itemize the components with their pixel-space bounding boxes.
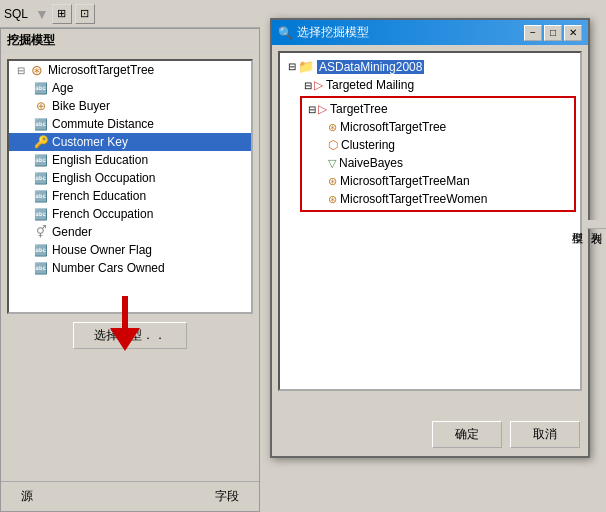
root-label: MicrosoftTargetTree [48,63,154,77]
maximize-button[interactable]: □ [544,25,562,41]
left-panel: 挖掘模型 ⊟ ⊛ MicrosoftTargetTree 🔤 Age ⊕ Bik… [0,28,260,512]
sql-toolbar: SQL ▼ ⊞ ⊡ [0,0,260,28]
list-item[interactable]: ⬡ Clustering [304,136,572,154]
list-item[interactable]: 🔤 Number Cars Owned [9,259,251,277]
target-tree-group: ⊟ ▷ TargetTree ⊛ MicrosoftTargetTree ⬡ C… [300,96,576,212]
targeted-mailing-label: Targeted Mailing [326,78,414,92]
expand-icon: ⊟ [308,104,316,115]
item-label: French Education [52,189,146,203]
targeted-mailing-node[interactable]: ⊟ ▷ Targeted Mailing [300,76,576,94]
clustering-label: Clustering [341,138,395,152]
arrow-svg [105,296,145,356]
field-icon: 🔤 [33,152,49,168]
field-icon: 🔤 [33,206,49,222]
item-label: French Occupation [52,207,153,221]
sql-label: SQL [4,7,28,21]
list-item[interactable]: ⚥ Gender [9,223,251,241]
mining-icon: ⊛ [328,121,337,134]
dialog-title-text: 选择挖掘模型 [297,24,369,41]
right-label-1: 列表 [587,220,606,229]
list-item[interactable]: 🔤 English Occupation [9,169,251,187]
item-label: MicrosoftTargetTreeMan [340,174,470,188]
field-icon: 🔤 [33,116,49,132]
list-item[interactable]: 🔑 Customer Key [9,133,251,151]
network-icon: ⊛ [29,62,45,78]
list-item[interactable]: 🔤 House Owner Flag [9,241,251,259]
toolbar-separator: ▼ [35,6,49,22]
panel-title: 挖掘模型 [1,29,259,53]
item-label: MicrosoftTargetTreeWomen [340,192,487,206]
list-item[interactable]: 🔤 Age [9,79,251,97]
toolbar-btn-2[interactable]: ⊡ [75,4,95,24]
target-icon: ▷ [314,78,323,92]
item-label: English Education [52,153,148,167]
field-icon: 🔤 [33,170,49,186]
cluster-icon: ⬡ [328,138,338,152]
close-button[interactable]: ✕ [564,25,582,41]
item-label: Bike Buyer [52,99,110,113]
dialog-icon: 🔍 [278,26,293,40]
dialog-titlebar: 🔍 选择挖掘模型 − □ ✕ [272,20,588,45]
dialog-buttons: 确定 取消 [432,421,580,448]
dialog-title-area: 🔍 选择挖掘模型 [278,24,369,41]
ok-button[interactable]: 确定 [432,421,502,448]
list-item[interactable]: ⊛ MicrosoftTargetTreeWomen [304,190,572,208]
model-selection-tree[interactable]: ⊟ 📁 ASDataMining2008 ⊟ ▷ Targeted Mailin… [278,51,582,391]
right-labels: 列表 模型 [584,220,606,229]
target-tree-node[interactable]: ⊟ ▷ TargetTree [304,100,572,118]
toolbar-btn-1[interactable]: ⊞ [52,4,72,24]
list-item[interactable]: ▽ NaiveBayes [304,154,572,172]
tree-root-node[interactable]: ⊟ ⊛ MicrosoftTargetTree [9,61,251,79]
field-label: 字段 [215,488,239,505]
list-item[interactable]: ⊛ MicrosoftTargetTree [304,118,572,136]
field-icon: 🔤 [33,260,49,276]
mining-model-tree[interactable]: ⊟ ⊛ MicrosoftTargetTree 🔤 Age ⊕ Bike Buy… [7,59,253,314]
field-icon: 🔤 [33,80,49,96]
dialog-window-controls: − □ ✕ [524,25,582,41]
list-item[interactable]: 🔤 English Education [9,151,251,169]
item-label: MicrosoftTargetTree [340,120,446,134]
list-item[interactable]: ⊛ MicrosoftTargetTreeMan [304,172,572,190]
source-label: 源 [21,488,33,505]
item-label: Gender [52,225,92,239]
folder-icon: 📁 [298,59,314,74]
red-arrow [105,296,145,359]
customer-key-label: Customer Key [52,135,128,149]
list-item[interactable]: 🔤 Commute Distance [9,115,251,133]
mining-icon: ⊛ [328,193,337,206]
item-label: Commute Distance [52,117,154,131]
field-icon: 🔤 [33,188,49,204]
field-icon: 🔤 [33,242,49,258]
item-label: NaiveBayes [339,156,403,170]
expand-icon: ⊟ [304,80,312,91]
select-mining-model-dialog: 🔍 选择挖掘模型 − □ ✕ ⊟ 📁 ASDataMining2008 ⊟ ▷ … [270,18,590,458]
dialog-content: ⊟ 📁 ASDataMining2008 ⊟ ▷ Targeted Mailin… [272,45,588,421]
svg-marker-1 [110,328,140,351]
field-icon: 🔑 [33,134,49,150]
list-item[interactable]: 🔤 French Occupation [9,205,251,223]
item-label: English Occupation [52,171,155,185]
mining-icon: ▽ [328,157,336,170]
target-icon: ▷ [318,102,327,116]
right-label-2: 模型 [568,220,587,229]
mining-icon: ⊛ [328,175,337,188]
item-label: Age [52,81,73,95]
field-icon: ⚥ [33,224,49,240]
db-root-node[interactable]: ⊟ 📁 ASDataMining2008 [284,57,576,76]
minimize-button[interactable]: − [524,25,542,41]
item-label: Number Cars Owned [52,261,165,275]
expand-icon: ⊟ [288,61,296,72]
db-node-label: ASDataMining2008 [317,60,424,74]
expand-icon[interactable]: ⊟ [13,62,29,78]
list-item[interactable]: 🔤 French Education [9,187,251,205]
cancel-button[interactable]: 取消 [510,421,580,448]
target-tree-label: TargetTree [330,102,388,116]
field-icon: ⊕ [33,98,49,114]
item-label: House Owner Flag [52,243,152,257]
list-item[interactable]: ⊕ Bike Buyer [9,97,251,115]
